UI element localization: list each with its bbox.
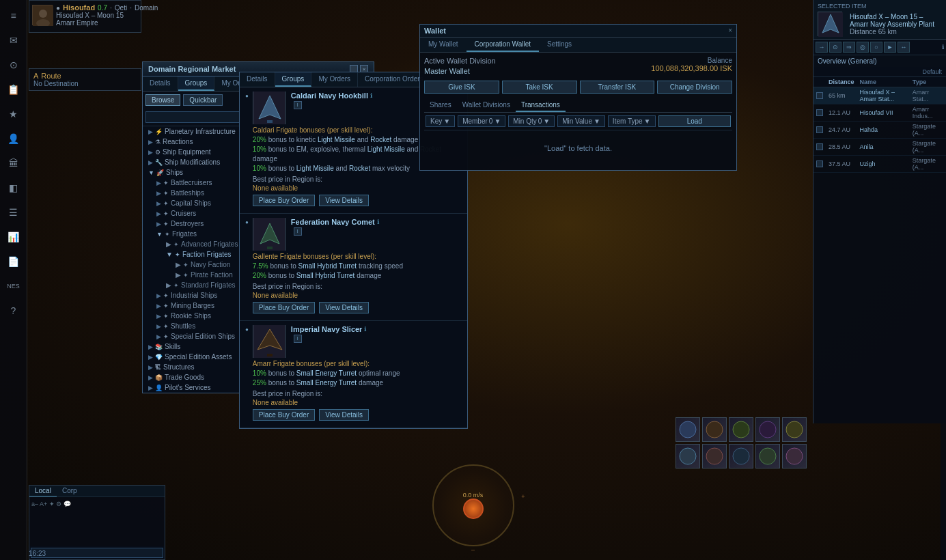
sidebar-icon-people[interactable]: 👤 xyxy=(3,128,25,150)
nav-btn-keep-range[interactable]: ↔ xyxy=(898,42,910,53)
row-3-distance: 28.5 AU xyxy=(826,139,857,156)
comet-buy-btn[interactable]: Place Buy Order xyxy=(253,302,315,313)
wallet-tab-my[interactable]: My Wallet xyxy=(420,38,467,52)
filter-member[interactable]: Member 0 ▼ xyxy=(458,115,505,127)
chat-tab-local[interactable]: Local xyxy=(29,486,57,496)
ov-col-name[interactable]: Name xyxy=(857,77,910,87)
slicer-view-btn[interactable]: View Details xyxy=(319,409,369,421)
nav-btn-orbit[interactable]: ○ xyxy=(870,42,882,53)
overview-info-icon[interactable]: ℹ xyxy=(942,44,944,51)
filter-key[interactable]: Key ▼ xyxy=(426,115,455,127)
items-tab-groups[interactable]: Groups xyxy=(275,72,312,87)
wallet-change-div-btn[interactable]: Change Division xyxy=(657,81,732,94)
overview-sort[interactable]: Default xyxy=(813,67,946,77)
module-btn-2[interactable] xyxy=(702,417,727,442)
items-tab-details[interactable]: Details xyxy=(240,72,275,87)
selected-item-section: Selected Item Hisoufad X – Moon 15 – Ama… xyxy=(813,0,946,40)
hookbill-name[interactable]: Caldari Navy Hookbill xyxy=(291,92,368,100)
items-tab-my-orders[interactable]: My Orders xyxy=(311,72,358,87)
sidebar-icon-map[interactable]: ⊙ xyxy=(3,54,25,76)
filter-min-value[interactable]: Min Value ▼ xyxy=(557,115,605,127)
tab-details[interactable]: Details xyxy=(143,76,178,91)
comet-view-btn[interactable]: View Details xyxy=(319,302,369,313)
module-btn-9[interactable] xyxy=(755,444,780,468)
nav-btn-approach[interactable]: ► xyxy=(884,42,896,53)
sidebar-icon-favorites[interactable]: ★ xyxy=(3,103,25,125)
module-btn-3[interactable] xyxy=(729,417,753,442)
tab-groups[interactable]: Groups xyxy=(178,76,215,91)
overview-row-2[interactable]: 24.7 AU Hahda Stargate (A... xyxy=(813,122,946,139)
wallet-subtab-divisions[interactable]: Wallet Divisions xyxy=(457,99,516,112)
overview-section-title[interactable]: Overview (General) xyxy=(813,55,946,67)
module-btn-10[interactable] xyxy=(782,444,807,468)
filter-val-arrow: ▼ xyxy=(594,117,600,125)
nav-wheel[interactable]: 0.0 m/s – + xyxy=(432,464,514,546)
module-btn-6[interactable] xyxy=(676,444,700,468)
overview-row-3[interactable]: 28.5 AU Anila Stargate (A... xyxy=(813,139,946,156)
row-4-checkbox[interactable] xyxy=(816,160,823,167)
chat-input[interactable] xyxy=(31,548,163,558)
char-corp: Qeti xyxy=(115,4,127,12)
avatar[interactable] xyxy=(32,5,53,25)
nav-btn-jump[interactable]: ⇒ xyxy=(843,42,855,53)
nav-btn-dock[interactable]: ⊙ xyxy=(829,42,841,53)
wallet-transfer-btn[interactable]: Transfer ISK xyxy=(580,81,655,94)
wallet-subtab-shares[interactable]: Shares xyxy=(424,99,457,112)
sidebar-icon-menu[interactable]: ≡ xyxy=(3,5,25,27)
module-btn-4[interactable] xyxy=(755,417,780,442)
nav-throttle[interactable] xyxy=(463,499,484,519)
slicer-name[interactable]: Imperial Navy Slicer xyxy=(291,325,363,333)
module-btn-8[interactable] xyxy=(729,444,753,468)
wallet-close-btn[interactable]: × xyxy=(728,27,732,34)
sidebar-icon-mail[interactable]: ✉ xyxy=(3,29,25,51)
overview-row-4[interactable]: 37.5 AU Uzigh Stargate (A... xyxy=(813,156,946,173)
comet-info-icon[interactable]: ℹ xyxy=(377,219,379,225)
overview-row-0[interactable]: 65 km Hisoufad X – Amarr Stat... Amarr S… xyxy=(813,87,946,104)
ov-col-type[interactable]: Type xyxy=(910,77,946,87)
hookbill-info-icon[interactable]: ℹ xyxy=(370,92,372,99)
module-btn-7[interactable] xyxy=(702,444,727,468)
sidebar-icon-contracts[interactable]: 📄 xyxy=(3,251,25,272)
row-1-checkbox[interactable] xyxy=(816,109,823,116)
sidebar-icon-journal[interactable]: 📋 xyxy=(3,79,25,100)
slicer-image[interactable] xyxy=(253,325,286,358)
character-panel: ● Hisoufad 0.7 · Qeti · Domain Hisoufad … xyxy=(29,0,141,33)
sidebar-icon-help[interactable]: ? xyxy=(3,300,25,322)
sidebar-icon-nes[interactable]: NES xyxy=(3,275,25,297)
hookbill-image[interactable] xyxy=(253,92,286,124)
row-2-checkbox[interactable] xyxy=(816,126,823,133)
row-3-checkbox[interactable] xyxy=(816,143,823,150)
slicer-buy-btn[interactable]: Place Buy Order xyxy=(253,409,315,421)
quickbar-btn[interactable]: Quickbar xyxy=(183,94,223,106)
nav-plus[interactable]: + xyxy=(521,493,525,500)
sidebar-icon-corporation[interactable]: 🏛 xyxy=(3,152,25,174)
module-btn-1[interactable] xyxy=(676,417,700,442)
comet-image[interactable] xyxy=(253,218,286,251)
wallet-load-btn[interactable]: Load xyxy=(658,115,732,127)
sidebar-icon-market[interactable]: 📊 xyxy=(3,226,25,248)
hookbill-buy-btn[interactable]: Place Buy Order xyxy=(253,195,315,206)
wallet-tab-settings[interactable]: Settings xyxy=(539,38,580,52)
hookbill-view-btn[interactable]: View Details xyxy=(319,195,369,206)
filter-item-type[interactable]: Item Type ▼ xyxy=(608,115,656,127)
overview-row-1[interactable]: 12.1 AU Hisoufad VII Amarr Indus... xyxy=(813,104,946,122)
wallet-take-btn[interactable]: Take ISK xyxy=(502,81,577,94)
wallet-subtab-transactions[interactable]: Transactions xyxy=(516,99,566,112)
browse-btn[interactable]: Browse xyxy=(145,94,180,106)
filter-min-qty[interactable]: Min Qty 0 ▼ xyxy=(508,115,555,127)
wallet-give-btn[interactable]: Give ISK xyxy=(424,81,499,94)
module-btn-5[interactable] xyxy=(782,417,807,442)
wallet-tab-corp[interactable]: Corporation Wallet xyxy=(467,38,539,52)
ov-col-distance[interactable]: Distance xyxy=(826,77,857,87)
comet-name[interactable]: Federation Navy Comet xyxy=(291,218,375,226)
slicer-info-icon[interactable]: ℹ xyxy=(364,326,366,333)
row-0-checkbox[interactable] xyxy=(816,92,823,99)
nav-btn-lock[interactable]: ◎ xyxy=(857,42,869,53)
nav-wheel-inner[interactable]: 0.0 m/s xyxy=(432,464,514,546)
sidebar-icon-alliance[interactable]: ◧ xyxy=(3,177,25,199)
selected-item-dist: Distance 65 km xyxy=(850,28,942,36)
nav-btn-warp[interactable]: → xyxy=(816,42,828,53)
nav-minus[interactable]: – xyxy=(471,546,475,553)
chat-tab-corp[interactable]: Corp xyxy=(57,486,83,496)
sidebar-icon-assets[interactable]: ☰ xyxy=(3,201,25,223)
